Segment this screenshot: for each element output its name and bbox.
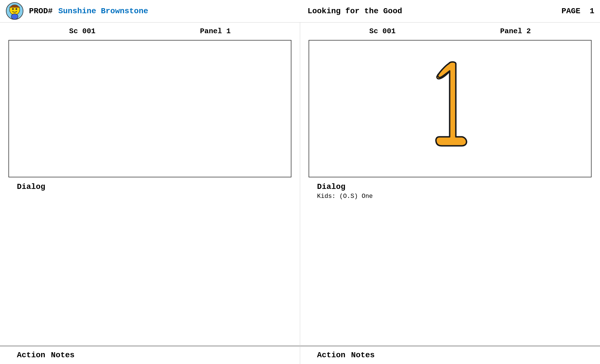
- right-notes-label: Notes: [351, 351, 375, 359]
- right-dialog-text: Kids: (O.S) One: [317, 193, 583, 200]
- left-scene-label: Sc 001: [69, 27, 96, 35]
- production-title: Sunshine Brownstone: [58, 7, 148, 15]
- svg-point-4: [11, 14, 18, 19]
- left-dialog-label: Dialog: [17, 182, 283, 191]
- left-column: Sc 001 Panel 1 Dialog Action Notes: [0, 23, 300, 364]
- header-center-title: Looking for the Good: [148, 7, 561, 15]
- right-scene-label: Sc 001: [369, 27, 396, 35]
- header-page-area: PAGE 1: [561, 7, 594, 15]
- right-dialog-section: Dialog Kids: (O.S) One: [300, 177, 600, 222]
- left-dialog-section: Dialog: [0, 177, 300, 222]
- production-logo: [6, 2, 24, 20]
- page-label: PAGE: [561, 7, 580, 15]
- page-number: 1: [590, 7, 594, 15]
- content-area: Sc 001 Panel 1 Dialog Action Notes: [0, 23, 600, 364]
- right-column: Sc 001 Panel 2 Dialog Kids: (O.S) One: [300, 23, 600, 364]
- right-panel-label: Panel 2: [500, 27, 531, 35]
- right-action-notes: Action Notes: [300, 346, 600, 364]
- page-root: PROD# Sunshine Brownstone Looking for th…: [0, 0, 600, 364]
- left-panel-label: Panel 1: [200, 27, 231, 35]
- header: PROD# Sunshine Brownstone Looking for th…: [0, 0, 600, 23]
- left-action-label: Action: [17, 351, 45, 359]
- left-action-notes: Action Notes: [0, 346, 300, 364]
- svg-point-3: [15, 8, 17, 10]
- right-dialog-label: Dialog: [317, 182, 583, 191]
- left-panel-header: Sc 001 Panel 1: [0, 23, 300, 40]
- right-panel-frame: [309, 40, 592, 177]
- right-panel-header: Sc 001 Panel 2: [300, 23, 600, 40]
- left-panel-frame: [8, 40, 291, 177]
- number-one-image: [419, 58, 481, 159]
- svg-point-2: [12, 8, 14, 10]
- left-notes-label: Notes: [51, 351, 75, 359]
- prod-label: PROD#: [29, 7, 53, 15]
- right-action-label: Action: [317, 351, 345, 359]
